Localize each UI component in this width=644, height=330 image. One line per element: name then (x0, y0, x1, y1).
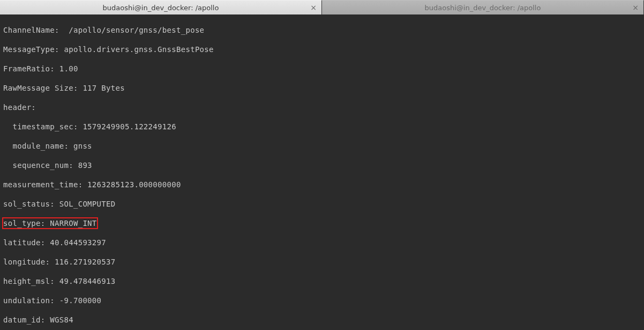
terminal-output[interactable]: ChannelName: /apollo/sensor/gnss/best_po… (0, 14, 644, 330)
terminal-tab-2[interactable]: budaoshi@in_dev_docker: /apollo × (322, 0, 644, 14)
close-icon[interactable]: × (632, 4, 639, 11)
height-msl-line: height_msl: 49.478446913 (3, 276, 641, 286)
measurement-time-line: measurement_time: 1263285123.000000000 (3, 180, 641, 189)
header-line: header: (3, 102, 641, 112)
undulation-line: undulation: -9.700000 (3, 296, 641, 305)
timestamp-sec-line: timestamp_sec: 1579249905.122249126 (3, 122, 641, 131)
raw-message-size-line: RawMessage Size: 117 Bytes (3, 83, 641, 93)
tab-title: budaoshi@in_dev_docker: /apollo (103, 4, 219, 12)
terminal-tab-1[interactable]: budaoshi@in_dev_docker: /apollo × (0, 0, 322, 14)
tab-title: budaoshi@in_dev_docker: /apollo (425, 4, 541, 12)
sol-type-line: sol_type: NARROW_INT (3, 218, 641, 228)
message-type-line: MessageType: apollo.drivers.gnss.GnssBes… (3, 45, 641, 54)
frame-ratio-line: FrameRatio: 1.00 (3, 64, 641, 74)
sol-status-line: sol_status: SOL_COMPUTED (3, 199, 641, 209)
longitude-line: longitude: 116.271920537 (3, 257, 641, 267)
tab-bar: budaoshi@in_dev_docker: /apollo × budaos… (0, 0, 644, 14)
close-icon[interactable]: × (310, 4, 317, 11)
datum-id-line: datum_id: WGS84 (3, 315, 641, 325)
sequence-num-line: sequence_num: 893 (3, 160, 641, 170)
latitude-line: latitude: 40.044593297 (3, 238, 641, 247)
module-name-line: module_name: gnss (3, 141, 641, 151)
channel-name-line: ChannelName: /apollo/sensor/gnss/best_po… (3, 25, 641, 35)
sol-type-highlight: sol_type: NARROW_INT (2, 217, 98, 229)
